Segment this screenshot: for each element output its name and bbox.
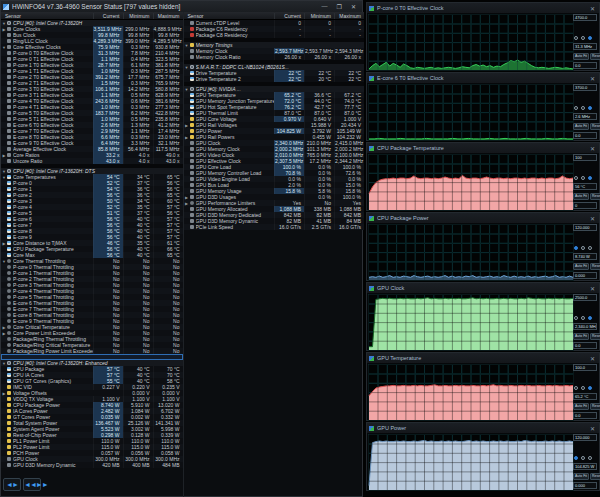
- color-radio-icon[interactable]: [574, 36, 578, 40]
- expand-arrow-icon[interactable]: ▶: [184, 195, 190, 200]
- graph-close-icon[interactable]: ✕: [588, 425, 597, 432]
- color-radio-icon[interactable]: [574, 316, 578, 320]
- maximize-button[interactable]: ❐: [337, 3, 342, 10]
- color-radio-icon[interactable]: [574, 106, 578, 110]
- thermometer-icon: [190, 99, 194, 103]
- auto-fit-button[interactable]: Auto Fit: [573, 123, 589, 130]
- header-sensor[interactable]: Sensor: [184, 13, 275, 19]
- sensor-row[interactable]: Memory Clock Ratio26.00 x26.00 x26.00 x: [184, 54, 365, 60]
- reset-button[interactable]: Reset: [590, 123, 600, 130]
- expand-arrow-icon[interactable]: ▶: [184, 201, 190, 206]
- header-minimum[interactable]: Minimum: [123, 13, 153, 19]
- graph-close-icon[interactable]: ✕: [588, 5, 597, 12]
- sensor-row[interactable]: Package/Ring Power Limit ExceededNoNoNo: [1, 348, 183, 354]
- column-header[interactable]: Sensor Current Minimum Maximum: [1, 12, 183, 20]
- header-current[interactable]: Current: [274, 13, 304, 19]
- header-maximum[interactable]: Maximum: [153, 13, 183, 19]
- status-dot-icon: [7, 307, 11, 311]
- graph-close-icon[interactable]: ✕: [588, 145, 597, 152]
- sensor-row[interactable]: GPU D3D Memory Dynamic420 MB400 MB484 MB: [1, 462, 183, 468]
- reset-button[interactable]: Reset: [590, 473, 600, 480]
- header-maximum[interactable]: Maximum: [334, 13, 364, 19]
- graph-max-value: 3700.0: [573, 84, 597, 91]
- power-icon: [7, 451, 11, 455]
- color-radio-icon[interactable]: [588, 456, 592, 460]
- graph-close-icon[interactable]: ✕: [588, 285, 597, 292]
- color-radio-icon[interactable]: [581, 316, 585, 320]
- sensor-row[interactable]: PCIe Link Speed16.0 GT/s2.5 GT/s16.0 GT/…: [184, 224, 365, 230]
- color-radio-icon[interactable]: [574, 456, 578, 460]
- value-cur: 420 MB: [93, 462, 123, 468]
- sensor-icon: [7, 39, 11, 43]
- color-radio-icon[interactable]: [581, 36, 585, 40]
- window-titlebar[interactable]: HWiNFO64 v7.36-4960 Sensor Status [797 v…: [1, 1, 362, 12]
- power-icon: [7, 433, 11, 437]
- expand-arrow-icon[interactable]: ▼: [184, 43, 190, 48]
- graph-close-icon[interactable]: ✕: [588, 75, 597, 82]
- auto-fit-button[interactable]: Auto Fit: [573, 263, 589, 270]
- sensor-row[interactable]: Drive Temperature 222 °C20 °C22 °C: [184, 76, 365, 82]
- color-radio-icon[interactable]: [588, 36, 592, 40]
- status-dot-icon: [7, 295, 11, 299]
- color-radio-icon[interactable]: [588, 246, 592, 250]
- color-radio-icon[interactable]: [581, 456, 585, 460]
- value-min: 20 °C: [304, 76, 334, 82]
- power-icon: [7, 421, 11, 425]
- graph-titlebar[interactable]: GPU Clock ✕: [367, 283, 599, 293]
- color-radio-icon[interactable]: [581, 106, 585, 110]
- color-radio-icon[interactable]: [581, 246, 585, 250]
- expand-arrow-icon[interactable]: ▼: [184, 87, 190, 92]
- expand-arrow-icon[interactable]: ▶: [184, 123, 190, 128]
- graph-titlebar[interactable]: CPU Package Power ✕: [367, 213, 599, 223]
- power-icon: [190, 129, 194, 133]
- auto-fit-button[interactable]: Auto Fit: [573, 193, 589, 200]
- auto-fit-button[interactable]: Auto Fit: [573, 473, 589, 480]
- expand-arrow-icon[interactable]: ▼: [184, 65, 190, 70]
- value-min: -: [304, 32, 334, 38]
- auto-fit-button[interactable]: Auto Fit: [573, 333, 589, 340]
- header-sensor[interactable]: Sensor: [1, 13, 93, 19]
- collapse-columns-button[interactable]: ◄◄►►: [23, 478, 41, 491]
- value-min: 400 MB: [123, 462, 153, 468]
- thermometer-icon: [190, 93, 194, 97]
- sensor-label: Memory Clock Ratio: [196, 54, 275, 60]
- graph-titlebar[interactable]: GPU Temperature ✕: [367, 353, 599, 363]
- reset-button[interactable]: Reset: [590, 333, 600, 340]
- color-radio-icon[interactable]: [588, 176, 592, 180]
- thermometer-icon: [7, 175, 11, 179]
- graph-close-icon[interactable]: ✕: [588, 215, 597, 222]
- header-current[interactable]: Current: [93, 13, 123, 19]
- graph-titlebar[interactable]: GPU Power ✕: [367, 423, 599, 433]
- expand-arrow-icon[interactable]: ▶: [184, 135, 190, 140]
- graph-titlebar[interactable]: CPU Package Temperature ✕: [367, 143, 599, 153]
- reset-button[interactable]: Reset: [590, 193, 600, 200]
- color-radio-icon[interactable]: [581, 386, 585, 390]
- color-radio-icon[interactable]: [574, 246, 578, 250]
- color-radio-icon[interactable]: [588, 386, 592, 390]
- sensor-icon: [190, 55, 194, 59]
- header-minimum[interactable]: Minimum: [304, 13, 334, 19]
- reset-button[interactable]: Reset: [590, 263, 600, 270]
- column-header[interactable]: Sensor Current Minimum Maximum: [184, 12, 365, 20]
- auto-fit-button[interactable]: Auto Fit: [573, 403, 589, 410]
- color-radio-icon[interactable]: [574, 386, 578, 390]
- expand-columns-button[interactable]: ◄►: [3, 478, 21, 491]
- close-button[interactable]: ✕: [351, 3, 356, 10]
- color-radio-icon[interactable]: [574, 176, 578, 180]
- color-radio-icon[interactable]: [588, 106, 592, 110]
- reset-button[interactable]: Reset: [590, 53, 600, 60]
- graph-close-icon[interactable]: ✕: [588, 355, 597, 362]
- graph-titlebar[interactable]: P-core 0 T0 Effective Clock ✕: [367, 3, 599, 13]
- graph-titlebar[interactable]: E-core 6 T0 Effective Clock ✕: [367, 73, 599, 83]
- power-icon: [190, 117, 194, 121]
- graph-min-value: 0.0: [573, 62, 597, 69]
- graph-window: CPU Package Temperature ✕ 100 56 °C Auto…: [366, 142, 600, 211]
- minimize-button[interactable]: —: [322, 3, 328, 10]
- auto-fit-button[interactable]: Auto Fit: [573, 53, 589, 60]
- color-radio-icon[interactable]: [581, 176, 585, 180]
- sensor-row[interactable]: Package C8 Residency---: [184, 32, 365, 38]
- sensor-row[interactable]: Uncore Ratio43.0 x4.0 x43.0 x: [1, 158, 183, 164]
- reset-button[interactable]: Reset: [590, 403, 600, 410]
- color-radio-icon[interactable]: [588, 316, 592, 320]
- sensor-icon: [7, 463, 11, 467]
